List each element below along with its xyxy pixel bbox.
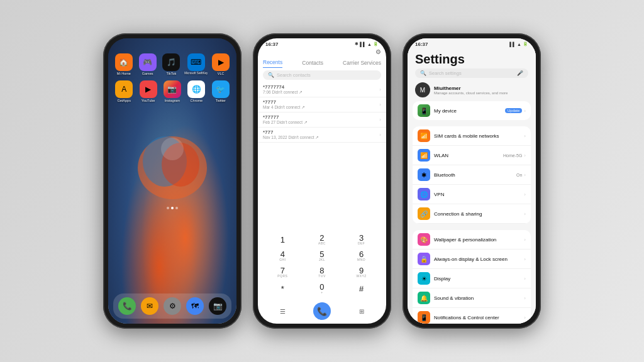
- app-icon-chrome: 🌐: [187, 80, 205, 98]
- recent-number-2[interactable]: *7777: [263, 99, 305, 105]
- dialer: 16:37 ✱ ▌▌ ▲ 🔋 ⚙ Recents Contacts C: [258, 38, 386, 324]
- app-label-vlc: VLC: [218, 72, 225, 75]
- my-device-row[interactable]: 📱 My device Update ›: [413, 101, 531, 120]
- key-5[interactable]: 5JKL: [310, 248, 334, 263]
- my-device-icon: 📱: [418, 104, 430, 117]
- bluetooth-icon: ✱: [418, 168, 430, 181]
- key-star[interactable]: *: [270, 281, 294, 296]
- phone-settings: 16:37 ▌▌ ▲ 🔋 Settings 🔍 Search settings …: [402, 33, 541, 329]
- key-6[interactable]: 6MNO: [350, 248, 374, 263]
- recent-chevron-2[interactable]: ›: [379, 102, 381, 107]
- app-chrome[interactable]: 🌐 Chrome: [186, 80, 207, 102]
- dialer-search-placeholder[interactable]: Search contacts: [277, 72, 311, 78]
- settings-item-display[interactable]: ☀ Display ›: [413, 269, 531, 288]
- tab-contacts[interactable]: Contacts: [302, 60, 323, 68]
- key-7[interactable]: 7PQRS: [270, 265, 294, 280]
- sound-icon: 🔔: [418, 292, 430, 304]
- recent-number-3[interactable]: *77777: [263, 114, 308, 120]
- tab-carrier-services[interactable]: Carrier Services: [343, 60, 381, 68]
- cs-chevron: ›: [524, 211, 526, 217]
- settings-item-bluetooth[interactable]: ✱ Bluetooth On ›: [413, 165, 531, 185]
- bt-icon: ✱: [355, 41, 358, 47]
- app-games[interactable]: 🎮 Games: [137, 53, 158, 75]
- recent-number-4[interactable]: *777: [263, 129, 319, 135]
- sim-label: SIM cards & mobile networks: [434, 133, 499, 139]
- wallpaper-bird-area: [108, 105, 236, 206]
- key-1[interactable]: 1: [270, 232, 294, 247]
- app-twitter[interactable]: 🐦 Twitter: [210, 80, 231, 102]
- app-youtube[interactable]: ▶ YouTube: [137, 80, 158, 102]
- key-4[interactable]: 4GHI: [270, 248, 294, 263]
- app-swiftkey[interactable]: ⌨ Microsoft SwiftKey: [184, 53, 208, 75]
- item-notif-text: Notifications & Control center: [434, 315, 499, 321]
- dock-settings[interactable]: ⚙: [164, 297, 181, 315]
- settings-search-placeholder: Search settings: [429, 70, 514, 76]
- dialpad-list-icon[interactable]: ☰: [274, 302, 291, 320]
- dock-icon-maps: 🗺: [186, 297, 204, 315]
- settings-search-icon: 🔍: [420, 70, 426, 76]
- homescreen: 16:37 ▌▌▌ ▲ 🔋 🏠 Mi Home 🎮 Games: [108, 38, 236, 324]
- settings-item-sound[interactable]: 🔔 Sound & vibration ›: [413, 288, 531, 308]
- key-3[interactable]: 3DEF: [350, 232, 374, 247]
- my-device-chevron: ›: [524, 108, 526, 114]
- notif-chevron: ›: [524, 315, 526, 321]
- dock-camera[interactable]: 📷: [209, 297, 226, 315]
- account-row[interactable]: M Miuithemer Manage accounts, cloud serv…: [408, 80, 536, 100]
- recent-chevron-1[interactable]: ›: [379, 87, 381, 92]
- dialpad-grid-icon[interactable]: ⊞: [353, 302, 370, 320]
- section-gap-1: [408, 121, 536, 125]
- item-display-left: ☀ Display: [418, 272, 450, 285]
- page-dots: [108, 207, 236, 209]
- recent-detail-1: 7:06 Didn't connect ↗: [263, 90, 303, 95]
- recent-number-1[interactable]: *7777774: [263, 84, 303, 90]
- dock-maps[interactable]: 🗺: [186, 297, 204, 315]
- status-time-3: 16:37: [415, 41, 428, 47]
- dialer-search-bar: 🔍 Search contacts: [263, 70, 381, 80]
- recent-chevron-4[interactable]: ›: [379, 132, 381, 138]
- dialer-tabs: Recents Contacts Carrier Services: [258, 55, 386, 68]
- item-sim-left: 📶 SIM cards & mobile networks: [418, 129, 499, 142]
- settings-item-connection-sharing[interactable]: 🔗 Connection & sharing ›: [413, 204, 531, 224]
- settings-header: Settings 🔍 Search settings 🎤: [408, 48, 536, 80]
- bird-svg: [108, 105, 236, 206]
- settings-item-wlan[interactable]: 📶 WLAN Home-5G ›: [413, 146, 531, 165]
- settings-item-wallpaper[interactable]: 🎨 Wallpaper & personalization ›: [413, 230, 531, 250]
- settings-item-lockscreen[interactable]: 🔒 Always-on display & Lock screen ›: [413, 250, 531, 269]
- recent-item-2-left: *7777 Mar 4 Didn't connect ↗: [263, 99, 305, 110]
- wlan-icon: 📶: [418, 149, 430, 162]
- key-9[interactable]: 9WXYZ: [350, 265, 374, 280]
- key-8[interactable]: 8TUV: [310, 265, 334, 280]
- call-button[interactable]: 📞: [313, 302, 331, 320]
- settings-item-notifications[interactable]: 📱 Notifications & Control center ›: [413, 308, 531, 324]
- settings-title: Settings: [415, 52, 528, 66]
- recent-detail-3: Feb 27 Didn't connect ↗: [263, 120, 308, 125]
- my-device-label: My device: [434, 108, 457, 114]
- settings-search-bar[interactable]: 🔍 Search settings 🎤: [415, 69, 528, 78]
- recent-chevron-3[interactable]: ›: [379, 117, 381, 123]
- tab-recents[interactable]: Recents: [263, 59, 282, 68]
- app-instagram[interactable]: 📷 Instagram: [162, 80, 183, 102]
- key-hash[interactable]: #: [350, 281, 374, 296]
- settings-list: 📶 SIM cards & mobile networks › 📶 WLAN: [413, 126, 531, 224]
- display-icon: ☀: [418, 272, 430, 285]
- app-getapps[interactable]: A GetApps: [113, 80, 135, 102]
- numpad: 1 2ABC 3DEF 4GHI 5JKL 6MNO 7PQRS 8TUV 9W…: [258, 231, 386, 300]
- settings-mic-icon[interactable]: 🎤: [517, 70, 523, 76]
- settings-page: 16:37 ▌▌ ▲ 🔋 Settings 🔍 Search settings …: [408, 38, 536, 324]
- dock-phone[interactable]: 📞: [118, 297, 136, 315]
- settings-item-sim[interactable]: 📶 SIM cards & mobile networks ›: [413, 126, 531, 146]
- display-label: Display: [434, 276, 450, 282]
- key-0[interactable]: 0+: [310, 281, 334, 296]
- key-2[interactable]: 2ABC: [310, 232, 334, 247]
- battery3-icon: 🔋: [523, 41, 528, 47]
- item-wlan-text: WLAN: [434, 153, 448, 158]
- dock-notes[interactable]: ✉: [141, 297, 158, 315]
- dialer-settings-icon[interactable]: ⚙: [375, 48, 381, 55]
- app-mihome[interactable]: 🏠 Mi Home: [113, 53, 135, 75]
- settings-screen: 16:37 ▌▌ ▲ 🔋 Settings 🔍 Search settings …: [408, 38, 536, 324]
- app-vlc[interactable]: ▶ VLC: [210, 53, 231, 75]
- settings-item-vpn[interactable]: 🌐 VPN ›: [413, 185, 531, 204]
- recent-item-2: *7777 Mar 4 Didn't connect ↗ ›: [258, 97, 386, 112]
- app-tiktok[interactable]: 🎵 TikTok: [160, 53, 182, 75]
- ls-chevron: ›: [524, 256, 526, 262]
